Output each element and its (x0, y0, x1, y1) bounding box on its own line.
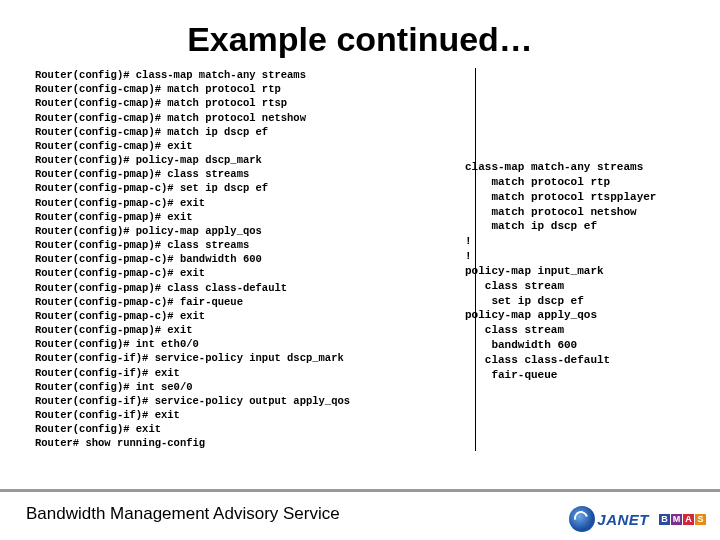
footer-service-name: Bandwidth Management Advisory Service (26, 504, 340, 524)
janet-logo: JANET (569, 506, 649, 532)
bmas-logo: B M A S (659, 514, 706, 525)
bmas-tiles: B M A S (659, 514, 706, 525)
cli-session-block: Router(config)# class-map match-any stre… (35, 68, 476, 451)
slide: Example continued… Router(config)# class… (0, 0, 720, 540)
running-config-summary: class-map match-any streams match protoc… (465, 160, 690, 383)
bmas-tile-a: A (683, 514, 694, 525)
janet-logo-text: JANET (597, 511, 649, 528)
footer-divider (0, 489, 720, 492)
logo-group: JANET B M A S (569, 506, 706, 532)
bmas-tile-b: B (659, 514, 670, 525)
bmas-tile-m: M (671, 514, 682, 525)
janet-swirl-icon (569, 506, 595, 532)
bmas-tile-s: S (695, 514, 706, 525)
slide-title: Example continued… (0, 20, 720, 59)
